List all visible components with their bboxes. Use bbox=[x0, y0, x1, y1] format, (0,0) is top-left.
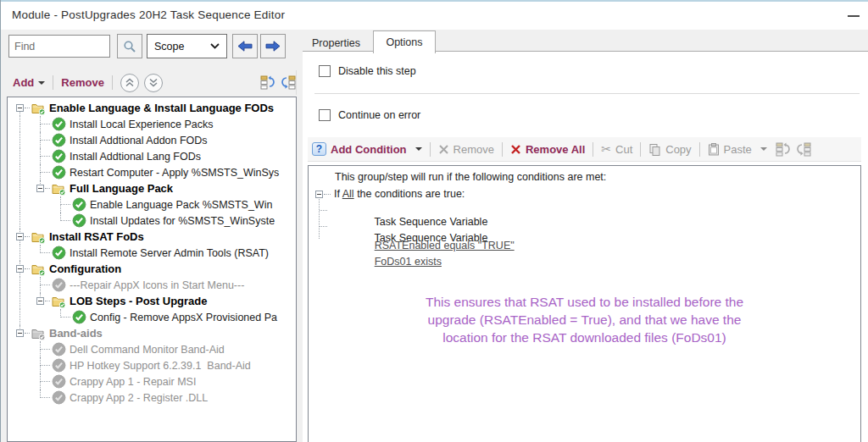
minimize-icon[interactable] bbox=[848, 15, 860, 17]
find-next-button[interactable] bbox=[260, 34, 286, 58]
tree-step-row[interactable]: ---Repair AppX Icons in Start Menu--- bbox=[10, 277, 296, 293]
condition-type-label: Task Sequence Variable bbox=[374, 232, 487, 244]
copy-button[interactable]: Copy bbox=[648, 143, 691, 156]
tree-step-row[interactable]: Install Updates for %SMSTS_WinSyste bbox=[10, 213, 296, 229]
cut-button[interactable]: ✂ Cut bbox=[601, 143, 632, 156]
toolbar-separator bbox=[53, 75, 53, 90]
tree-step-row[interactable]: Restart Computer - Apply %SMSTS_WinSys bbox=[10, 164, 296, 180]
remove-condition-button[interactable]: Remove bbox=[438, 143, 494, 156]
double-chevron-up-icon bbox=[125, 78, 135, 87]
condition-toolbar: ? Add Condition Remove bbox=[308, 137, 861, 162]
condition-row[interactable]: Task Sequence Variable FoDs01 exists bbox=[309, 218, 860, 235]
tree-item-label: Crappy App 1 - Repair MSI bbox=[70, 376, 196, 388]
copy-label: Copy bbox=[665, 143, 691, 156]
check-circle-icon bbox=[51, 117, 66, 131]
condition-if-row[interactable]: If All the conditions are true: bbox=[309, 186, 860, 202]
titlebar: Module - PostUpgrades 20H2 Task Sequence… bbox=[1, 2, 868, 30]
move-up-button[interactable] bbox=[120, 74, 139, 92]
check-circle-disabled-icon bbox=[51, 342, 66, 356]
tree-step-row[interactable]: Crappy App 1 - Repair MSI bbox=[10, 373, 296, 390]
add-condition-button[interactable]: ? Add Condition bbox=[312, 142, 422, 156]
condition-row[interactable]: Task Sequence Variable RSATEnabled equal… bbox=[309, 202, 860, 218]
move-down-button[interactable] bbox=[144, 74, 163, 92]
folder-check-icon bbox=[51, 181, 66, 196]
expander-icon[interactable] bbox=[36, 297, 44, 305]
tree-item-label: HP Hotkey Support 6.2.39.1 Band-Aid bbox=[70, 360, 251, 372]
tree-item-label: Install Local Experience Packs bbox=[70, 119, 214, 130]
tree-step-row[interactable]: Dell Command Monitor Band-Aid bbox=[10, 341, 296, 357]
scope-dropdown[interactable]: Scope bbox=[147, 34, 227, 58]
collapse-all-button[interactable] bbox=[260, 75, 275, 90]
tree-item-label: Enable Language Pack %SMSTS_Win bbox=[90, 199, 272, 211]
paste-button[interactable]: Paste bbox=[708, 143, 767, 156]
copy-icon bbox=[648, 143, 661, 156]
tree-group-row[interactable]: Band-aids bbox=[10, 325, 296, 341]
add-button[interactable]: Add bbox=[13, 76, 34, 89]
tree-step-row[interactable]: Config - Remove AppsX Provisioned Pa bbox=[10, 309, 296, 325]
search-button[interactable] bbox=[117, 34, 142, 58]
expander-icon[interactable] bbox=[16, 233, 24, 240]
folder-check-icon bbox=[31, 326, 46, 340]
add-dropdown-caret-icon[interactable] bbox=[38, 81, 45, 85]
tree-step-row[interactable]: Install Addtional Addon FODs bbox=[10, 132, 296, 148]
collapse-conditions-button[interactable] bbox=[776, 142, 791, 157]
condition-value-link[interactable]: FoDs01 exists bbox=[375, 256, 442, 268]
expand-all-gray-icon bbox=[796, 142, 811, 157]
expander-icon[interactable] bbox=[16, 265, 24, 273]
tree-item-label: Full Language Pack bbox=[70, 182, 173, 195]
continue-on-error-label: Continue on error bbox=[338, 109, 420, 121]
expander-icon[interactable] bbox=[16, 104, 24, 112]
tree-group-row[interactable]: Configuration bbox=[10, 261, 296, 277]
paste-icon bbox=[708, 143, 720, 156]
tree-step-row[interactable]: Install Remote Server Admin Tools (RSAT) bbox=[10, 245, 296, 261]
tree-item-label: Restart Computer - Apply %SMSTS_WinSys bbox=[70, 167, 279, 179]
tree-group-row[interactable]: LOB Steps - Post Upgrade bbox=[10, 293, 296, 309]
window-title: Module - PostUpgrades 20H2 Task Sequence… bbox=[12, 8, 285, 21]
tree-step-row[interactable]: Install Local Experience Packs bbox=[10, 116, 296, 132]
double-chevron-down-icon bbox=[148, 78, 159, 87]
all-conditions-link[interactable]: All bbox=[342, 188, 354, 200]
continue-on-error-checkbox[interactable] bbox=[319, 109, 331, 121]
collapse-expander-icon[interactable] bbox=[315, 191, 323, 198]
tree-item-label: Install Addtional Addon FODs bbox=[70, 135, 208, 146]
folder-check-icon bbox=[31, 101, 46, 115]
tab-options[interactable]: Options bbox=[373, 30, 435, 53]
expander-icon[interactable] bbox=[36, 185, 44, 192]
condition-if-text: If All the conditions are true: bbox=[334, 188, 465, 200]
collapse-all-icon bbox=[260, 75, 275, 90]
annotation-line: This ensures that RSAT used to be instal… bbox=[309, 293, 860, 311]
check-circle-icon bbox=[51, 246, 66, 260]
search-icon bbox=[123, 40, 136, 53]
remove-all-conditions-button[interactable]: Remove All bbox=[510, 143, 585, 156]
x-red-icon bbox=[510, 144, 521, 155]
arrow-left-icon bbox=[237, 41, 253, 52]
tree-group-row[interactable]: Full Language Pack bbox=[10, 180, 296, 196]
find-row: Scope bbox=[2, 34, 303, 59]
tree-item-label: Band-aids bbox=[49, 327, 103, 340]
tree-item-label: Configuration bbox=[49, 262, 121, 275]
find-previous-button[interactable] bbox=[232, 34, 258, 58]
expander-icon[interactable] bbox=[16, 329, 24, 337]
condition-header: This group/step will run if the followin… bbox=[335, 171, 606, 183]
tree-item-label: Install RSAT FoDs bbox=[49, 230, 144, 243]
tree-group-row[interactable]: Install RSAT FoDs bbox=[10, 229, 296, 245]
folder-check-icon bbox=[51, 294, 66, 308]
add-condition-label: Add Condition bbox=[331, 143, 407, 156]
expand-conditions-button[interactable] bbox=[796, 142, 811, 157]
tree-step-row[interactable]: Enable Language Pack %SMSTS_Win bbox=[10, 196, 296, 213]
tree-step-row[interactable]: Install Addtional Lang FODs bbox=[10, 148, 296, 164]
find-input[interactable] bbox=[8, 35, 110, 58]
tree-group-row[interactable]: Enable Language & Install Language FODs bbox=[10, 100, 296, 116]
tree-step-row[interactable]: Crappy App 2 - Register .DLL bbox=[10, 390, 296, 406]
tree-step-row[interactable]: HP Hotkey Support 6.2.39.1 Band-Aid bbox=[10, 357, 296, 373]
check-circle-disabled-icon bbox=[51, 278, 66, 292]
folder-check-icon bbox=[31, 262, 46, 276]
remove-button[interactable]: Remove bbox=[61, 76, 104, 89]
tab-properties[interactable]: Properties bbox=[303, 33, 370, 52]
tree-item-label: ---Repair AppX Icons in Start Menu--- bbox=[70, 279, 244, 291]
scope-dropdown-value: Scope bbox=[154, 41, 184, 52]
remove-all-label: Remove All bbox=[526, 143, 585, 156]
expand-all-button[interactable] bbox=[281, 75, 296, 90]
expand-all-icon bbox=[281, 75, 296, 90]
disable-step-checkbox[interactable] bbox=[319, 65, 331, 77]
